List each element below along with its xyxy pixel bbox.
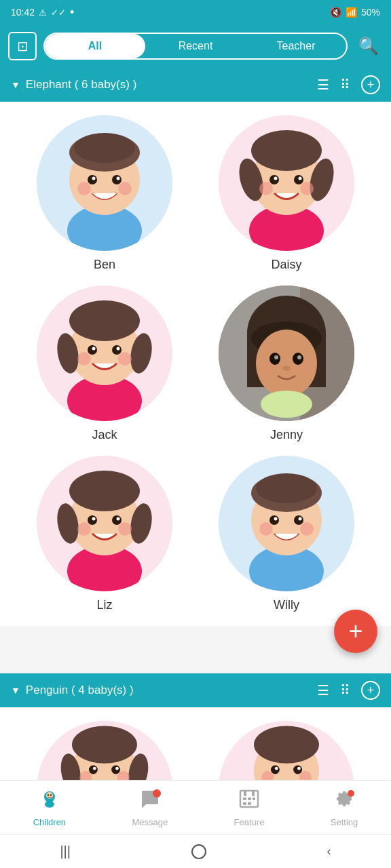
tab-teacher[interactable]: Teacher bbox=[246, 34, 346, 58]
svg-point-67 bbox=[269, 515, 279, 525]
svg-point-109 bbox=[348, 790, 354, 797]
setting-nav-icon bbox=[333, 788, 355, 814]
svg-point-5 bbox=[88, 175, 97, 184]
nav-item-message[interactable]: Message bbox=[132, 788, 168, 827]
child-card-ben[interactable]: Ben bbox=[20, 115, 189, 272]
svg-rect-105 bbox=[248, 797, 251, 800]
svg-point-71 bbox=[259, 522, 273, 536]
svg-point-60 bbox=[77, 522, 91, 536]
svg-point-21 bbox=[259, 182, 273, 195]
penguin-add-child-icon[interactable]: + bbox=[361, 681, 380, 700]
svg-point-68 bbox=[294, 515, 303, 525]
svg-rect-107 bbox=[243, 802, 246, 805]
svg-point-44 bbox=[274, 355, 278, 359]
child-avatar-jenny bbox=[219, 285, 354, 421]
svg-point-100 bbox=[153, 789, 161, 797]
svg-point-53 bbox=[69, 471, 140, 511]
sys-home-button[interactable] bbox=[191, 844, 207, 860]
setting-nav-label: Setting bbox=[331, 817, 358, 827]
system-nav-bar: ||| ‹ bbox=[0, 834, 391, 868]
children-nav-icon bbox=[39, 788, 60, 814]
svg-point-45 bbox=[297, 355, 301, 359]
svg-point-91 bbox=[275, 767, 278, 770]
svg-point-14 bbox=[251, 130, 322, 171]
nav-item-setting[interactable]: Setting bbox=[331, 788, 358, 827]
list-view-icon[interactable]: ☰ bbox=[317, 77, 329, 93]
dot-icon: • bbox=[70, 5, 74, 20]
child-avatar-liz bbox=[37, 456, 172, 591]
svg-point-9 bbox=[77, 182, 91, 195]
add-fab-button[interactable]: + bbox=[334, 610, 377, 653]
children-nav-label: Children bbox=[33, 817, 66, 827]
elephant-children-grid: Ben bbox=[0, 102, 391, 626]
svg-point-26 bbox=[69, 300, 140, 341]
search-icon: 🔍 bbox=[358, 37, 379, 55]
penguin-section-title: ▼ Penguin ( 4 baby(s) ) bbox=[11, 684, 317, 697]
penguin-expand-icon[interactable]: ▼ bbox=[11, 685, 20, 696]
tab-recent[interactable]: Recent bbox=[145, 34, 246, 58]
child-card-daisy[interactable]: Daisy bbox=[202, 115, 371, 272]
svg-point-58 bbox=[92, 517, 96, 521]
back-icon: ‹ bbox=[327, 844, 331, 859]
elephant-section-header: ▼ Elephant ( 6 baby(s) ) ☰ ⠿ + bbox=[0, 68, 391, 102]
child-card-jack[interactable]: Jack bbox=[20, 285, 189, 442]
svg-point-49 bbox=[261, 391, 312, 418]
sys-menu-button[interactable]: ||| bbox=[60, 844, 71, 859]
child-avatar-ben bbox=[37, 115, 172, 251]
top-nav-bar: ⊡ All Recent Teacher 🔍 bbox=[0, 24, 391, 68]
penguin-list-view-icon[interactable]: ☰ bbox=[317, 682, 329, 698]
svg-point-47 bbox=[261, 361, 274, 375]
svg-point-4 bbox=[74, 133, 135, 163]
svg-point-17 bbox=[269, 175, 279, 184]
child-name-willy: Willy bbox=[274, 598, 299, 612]
svg-point-90 bbox=[293, 766, 302, 774]
mute-icon: 🔇 bbox=[330, 7, 341, 18]
svg-point-92 bbox=[297, 767, 301, 770]
child-card-willy[interactable]: Willy bbox=[202, 456, 371, 612]
expand-icon[interactable]: ▼ bbox=[11, 79, 20, 90]
svg-point-69 bbox=[274, 517, 278, 521]
feature-nav-icon bbox=[238, 788, 260, 814]
svg-point-79 bbox=[89, 766, 98, 774]
nav-item-feature[interactable]: Feature bbox=[234, 788, 265, 827]
child-name-jack: Jack bbox=[92, 428, 117, 442]
alert-icon: ⚠ bbox=[39, 7, 47, 18]
time-label: 10:42 bbox=[11, 7, 35, 18]
svg-point-57 bbox=[112, 515, 122, 525]
svg-point-48 bbox=[299, 361, 312, 375]
child-card-jenny[interactable]: Jenny bbox=[202, 285, 371, 442]
svg-point-98 bbox=[48, 794, 49, 795]
add-child-icon[interactable]: + bbox=[361, 75, 380, 94]
elephant-title-label: Elephant ( 6 baby(s) ) bbox=[26, 78, 136, 92]
penguin-grid-view-icon[interactable]: ⠿ bbox=[340, 682, 350, 698]
child-name-liz: Liz bbox=[96, 598, 112, 612]
svg-rect-106 bbox=[253, 797, 255, 800]
svg-rect-103 bbox=[252, 791, 255, 796]
svg-point-31 bbox=[92, 347, 96, 351]
svg-point-81 bbox=[93, 767, 96, 770]
tab-all[interactable]: All bbox=[45, 34, 145, 58]
child-card-liz[interactable]: Liz bbox=[20, 456, 189, 612]
svg-point-72 bbox=[300, 522, 314, 536]
svg-rect-104 bbox=[243, 797, 246, 800]
sys-back-button[interactable]: ‹ bbox=[327, 844, 331, 859]
scan-icon-box[interactable]: ⊡ bbox=[8, 32, 37, 60]
child-name-ben: Ben bbox=[94, 258, 115, 272]
penguin-section-header: ▼ Penguin ( 4 baby(s) ) ☰ ⠿ + bbox=[0, 673, 391, 707]
elephant-section-title: ▼ Elephant ( 6 baby(s) ) bbox=[11, 78, 317, 92]
battery-label: 50% bbox=[361, 7, 380, 18]
svg-point-20 bbox=[299, 177, 302, 180]
status-time: 10:42 ⚠ ✓✓ • bbox=[11, 5, 74, 20]
grid-view-icon[interactable]: ⠿ bbox=[340, 77, 350, 93]
menu-icon: ||| bbox=[60, 844, 71, 859]
bottom-nav: Children Message Feature bbox=[0, 780, 391, 834]
svg-point-76 bbox=[72, 726, 137, 763]
search-button[interactable]: 🔍 bbox=[354, 33, 383, 60]
penguin-section-actions: ☰ ⠿ + bbox=[317, 681, 380, 700]
svg-point-8 bbox=[117, 177, 120, 180]
svg-point-19 bbox=[274, 177, 278, 180]
nav-tabs: All Recent Teacher bbox=[43, 33, 348, 60]
svg-point-88 bbox=[254, 726, 319, 763]
nav-item-children[interactable]: Children bbox=[33, 788, 66, 827]
tab-teacher-label: Teacher bbox=[277, 40, 316, 52]
